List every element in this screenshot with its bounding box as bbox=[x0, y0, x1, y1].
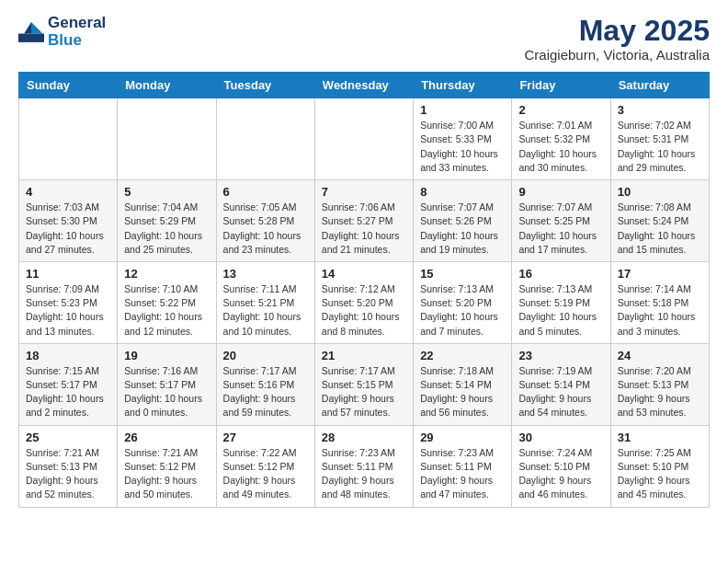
day-info: Sunrise: 7:01 AMSunset: 5:32 PMDaylight:… bbox=[518, 119, 603, 175]
day-number: 31 bbox=[618, 431, 702, 444]
day-info: Sunrise: 7:06 AMSunset: 5:27 PMDaylight:… bbox=[322, 201, 406, 257]
day-cell: 9Sunrise: 7:07 AMSunset: 5:25 PMDaylight… bbox=[512, 180, 610, 262]
day-cell bbox=[216, 98, 314, 180]
day-cell: 4Sunrise: 7:03 AMSunset: 5:30 PMDaylight… bbox=[19, 180, 118, 262]
day-number: 25 bbox=[26, 431, 110, 444]
day-cell: 17Sunrise: 7:14 AMSunset: 5:18 PMDayligh… bbox=[610, 261, 709, 343]
day-info: Sunrise: 7:05 AMSunset: 5:28 PMDaylight:… bbox=[223, 201, 308, 257]
week-row-3: 11Sunrise: 7:09 AMSunset: 5:23 PMDayligh… bbox=[19, 261, 710, 343]
day-number: 8 bbox=[420, 185, 505, 199]
day-number: 15 bbox=[420, 267, 505, 281]
day-cell: 13Sunrise: 7:11 AMSunset: 5:21 PMDayligh… bbox=[216, 261, 314, 343]
day-number: 4 bbox=[26, 185, 110, 199]
day-number: 2 bbox=[518, 103, 603, 117]
day-info: Sunrise: 7:25 AMSunset: 5:10 PMDaylight:… bbox=[618, 446, 702, 502]
day-number: 10 bbox=[618, 185, 702, 199]
svg-rect-3 bbox=[18, 33, 44, 41]
day-number: 9 bbox=[518, 185, 603, 199]
day-cell: 10Sunrise: 7:08 AMSunset: 5:24 PMDayligh… bbox=[610, 180, 709, 262]
day-cell: 14Sunrise: 7:12 AMSunset: 5:20 PMDayligh… bbox=[314, 261, 413, 343]
day-number: 16 bbox=[518, 267, 603, 281]
day-number: 18 bbox=[26, 349, 110, 362]
day-info: Sunrise: 7:18 AMSunset: 5:14 PMDaylight:… bbox=[420, 364, 505, 420]
day-cell: 25Sunrise: 7:21 AMSunset: 5:13 PMDayligh… bbox=[19, 425, 118, 507]
day-number: 19 bbox=[124, 349, 209, 362]
day-info: Sunrise: 7:16 AMSunset: 5:17 PMDaylight:… bbox=[124, 364, 209, 420]
day-number: 6 bbox=[223, 185, 308, 199]
col-header-sunday: Sunday bbox=[19, 73, 118, 98]
day-info: Sunrise: 7:02 AMSunset: 5:31 PMDaylight:… bbox=[618, 119, 702, 175]
day-number: 1 bbox=[420, 103, 505, 117]
day-cell: 18Sunrise: 7:15 AMSunset: 5:17 PMDayligh… bbox=[19, 343, 118, 425]
day-cell: 1Sunrise: 7:00 AMSunset: 5:33 PMDaylight… bbox=[414, 98, 512, 180]
week-row-2: 4Sunrise: 7:03 AMSunset: 5:30 PMDaylight… bbox=[19, 180, 710, 262]
day-cell bbox=[118, 98, 216, 180]
logo: General Blue bbox=[18, 15, 106, 49]
day-number: 24 bbox=[618, 349, 702, 362]
day-number: 17 bbox=[618, 267, 702, 281]
day-number: 28 bbox=[322, 431, 406, 444]
week-row-1: 1Sunrise: 7:00 AMSunset: 5:33 PMDaylight… bbox=[19, 98, 710, 180]
day-cell: 30Sunrise: 7:24 AMSunset: 5:10 PMDayligh… bbox=[512, 425, 610, 507]
day-info: Sunrise: 7:14 AMSunset: 5:18 PMDaylight:… bbox=[618, 282, 702, 339]
week-row-4: 18Sunrise: 7:15 AMSunset: 5:17 PMDayligh… bbox=[19, 343, 710, 425]
day-cell: 24Sunrise: 7:20 AMSunset: 5:13 PMDayligh… bbox=[610, 343, 709, 425]
day-number: 11 bbox=[26, 267, 110, 281]
week-row-5: 25Sunrise: 7:21 AMSunset: 5:13 PMDayligh… bbox=[19, 425, 710, 507]
calendar-table: SundayMondayTuesdayWednesdayThursdayFrid… bbox=[18, 72, 710, 507]
day-info: Sunrise: 7:17 AMSunset: 5:16 PMDaylight:… bbox=[223, 364, 308, 420]
day-info: Sunrise: 7:15 AMSunset: 5:17 PMDaylight:… bbox=[26, 364, 110, 420]
day-info: Sunrise: 7:21 AMSunset: 5:12 PMDaylight:… bbox=[124, 446, 209, 502]
day-cell bbox=[314, 98, 413, 180]
day-cell: 11Sunrise: 7:09 AMSunset: 5:23 PMDayligh… bbox=[19, 261, 118, 343]
day-cell: 31Sunrise: 7:25 AMSunset: 5:10 PMDayligh… bbox=[610, 425, 709, 507]
title-block: May 2025 Craigieburn, Victoria, Australi… bbox=[525, 15, 711, 63]
day-cell: 6Sunrise: 7:05 AMSunset: 5:28 PMDaylight… bbox=[216, 180, 314, 262]
col-header-monday: Monday bbox=[118, 73, 216, 98]
day-info: Sunrise: 7:03 AMSunset: 5:30 PMDaylight:… bbox=[26, 201, 110, 257]
month-title: May 2025 bbox=[525, 15, 711, 47]
day-info: Sunrise: 7:20 AMSunset: 5:13 PMDaylight:… bbox=[618, 364, 702, 420]
day-cell: 28Sunrise: 7:23 AMSunset: 5:11 PMDayligh… bbox=[314, 425, 413, 507]
day-number: 30 bbox=[518, 431, 603, 444]
day-info: Sunrise: 7:23 AMSunset: 5:11 PMDaylight:… bbox=[420, 446, 505, 502]
day-cell: 5Sunrise: 7:04 AMSunset: 5:29 PMDaylight… bbox=[118, 180, 216, 262]
day-info: Sunrise: 7:13 AMSunset: 5:20 PMDaylight:… bbox=[420, 282, 505, 339]
location-subtitle: Craigieburn, Victoria, Australia bbox=[525, 47, 711, 63]
day-cell: 7Sunrise: 7:06 AMSunset: 5:27 PMDaylight… bbox=[314, 180, 413, 262]
calendar-page: General Blue May 2025 Craigieburn, Victo… bbox=[0, 0, 728, 523]
day-number: 29 bbox=[420, 431, 505, 444]
day-number: 27 bbox=[223, 431, 308, 444]
day-number: 23 bbox=[518, 349, 603, 362]
day-number: 26 bbox=[124, 431, 209, 444]
day-number: 21 bbox=[322, 349, 406, 362]
day-cell: 8Sunrise: 7:07 AMSunset: 5:26 PMDaylight… bbox=[414, 180, 512, 262]
day-number: 22 bbox=[420, 349, 505, 362]
col-header-tuesday: Tuesday bbox=[216, 73, 314, 98]
day-cell: 12Sunrise: 7:10 AMSunset: 5:22 PMDayligh… bbox=[118, 261, 216, 343]
col-header-friday: Friday bbox=[512, 73, 610, 98]
day-cell: 29Sunrise: 7:23 AMSunset: 5:11 PMDayligh… bbox=[414, 425, 512, 507]
day-cell: 23Sunrise: 7:19 AMSunset: 5:14 PMDayligh… bbox=[512, 343, 610, 425]
day-cell: 2Sunrise: 7:01 AMSunset: 5:32 PMDaylight… bbox=[512, 98, 610, 180]
day-info: Sunrise: 7:17 AMSunset: 5:15 PMDaylight:… bbox=[322, 364, 406, 420]
day-number: 20 bbox=[223, 349, 308, 362]
day-cell: 26Sunrise: 7:21 AMSunset: 5:12 PMDayligh… bbox=[118, 425, 216, 507]
day-cell: 3Sunrise: 7:02 AMSunset: 5:31 PMDaylight… bbox=[610, 98, 709, 180]
day-info: Sunrise: 7:13 AMSunset: 5:19 PMDaylight:… bbox=[518, 282, 603, 339]
day-info: Sunrise: 7:07 AMSunset: 5:26 PMDaylight:… bbox=[420, 201, 505, 257]
col-header-saturday: Saturday bbox=[610, 73, 709, 98]
day-number: 3 bbox=[618, 103, 702, 117]
day-info: Sunrise: 7:19 AMSunset: 5:14 PMDaylight:… bbox=[518, 364, 603, 420]
day-cell: 21Sunrise: 7:17 AMSunset: 5:15 PMDayligh… bbox=[314, 343, 413, 425]
day-info: Sunrise: 7:23 AMSunset: 5:11 PMDaylight:… bbox=[322, 446, 406, 502]
day-cell: 22Sunrise: 7:18 AMSunset: 5:14 PMDayligh… bbox=[414, 343, 512, 425]
day-info: Sunrise: 7:12 AMSunset: 5:20 PMDaylight:… bbox=[322, 282, 406, 339]
header: General Blue May 2025 Craigieburn, Victo… bbox=[18, 15, 710, 63]
day-number: 13 bbox=[223, 267, 308, 281]
day-number: 7 bbox=[322, 185, 406, 199]
day-cell bbox=[19, 98, 118, 180]
day-info: Sunrise: 7:21 AMSunset: 5:13 PMDaylight:… bbox=[26, 446, 110, 502]
day-info: Sunrise: 7:04 AMSunset: 5:29 PMDaylight:… bbox=[124, 201, 209, 257]
day-number: 5 bbox=[124, 185, 209, 199]
